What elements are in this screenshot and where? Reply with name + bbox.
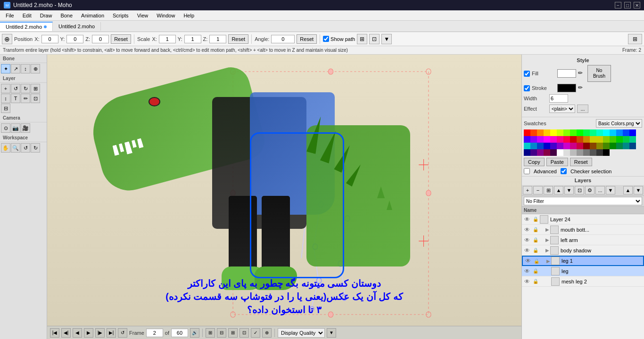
swatch-12[interactable] [603,129,610,136]
view-btn3[interactable]: ⊞ [228,328,238,338]
tool-bone-2[interactable]: ↗ [11,64,20,73]
fill-color-swatch[interactable] [557,69,576,78]
tab-untitled2[interactable]: Untitled 2.moho [53,22,101,31]
close-button[interactable]: ✕ [634,2,640,8]
swatch-38[interactable] [550,143,557,149]
effect-more-button[interactable]: ... [577,105,588,113]
swatch-7[interactable] [570,129,577,136]
stroke-checkbox[interactable] [524,85,530,91]
display-quality-select[interactable]: Display Quality Draft Final [278,328,325,338]
titlebar-controls[interactable]: − □ ✕ [615,2,640,8]
position-y-input[interactable] [66,35,83,43]
layer-lock-5[interactable]: 🔒 [531,267,540,275]
layer-vis-6[interactable]: 👁 [523,277,531,286]
swatch-43[interactable] [583,143,590,149]
scale-z-input[interactable] [209,35,226,43]
tool-rotate-right[interactable]: ↻ [31,143,40,153]
stroke-pencil-icon[interactable]: ✏ [578,84,586,92]
view-btn1[interactable]: ⊞ [206,328,215,338]
swatch-24[interactable] [570,136,577,143]
layer-lock-2[interactable]: 🔒 [531,236,540,244]
swatch-59[interactable] [577,149,583,156]
effect-select[interactable]: <plain> [549,105,575,113]
swatch-1[interactable] [530,129,537,136]
swatch-56[interactable] [557,149,563,156]
tool-camera-1[interactable]: ⊙ [1,123,10,133]
layer-vis-3[interactable]: 👁 [523,246,531,255]
swatch-39[interactable] [557,143,563,149]
reset-angle-button[interactable]: Reset [297,34,317,44]
swatch-55[interactable] [550,149,557,156]
group-button[interactable]: ⊡ [575,186,584,194]
tool-layer-grid[interactable]: ⊞ [31,84,40,93]
layer-lock-6[interactable]: 🔒 [531,277,540,286]
total-frames-input[interactable] [171,329,188,337]
tool-layer-rotate[interactable]: ↺ [11,84,20,93]
loop-button[interactable]: ↺ [118,328,127,338]
toolbar-icon1[interactable]: ⊞ [357,34,367,44]
swatch-21[interactable] [550,136,557,143]
view-check[interactable]: ✓ [251,328,260,338]
swatch-18[interactable] [530,136,537,143]
swatch-35[interactable] [530,143,537,149]
tool-layer-pencil[interactable]: ✏ [21,94,30,103]
play-button[interactable]: ▶ [84,328,93,338]
tool-camera-2[interactable]: 📷 [11,123,20,133]
menu-window[interactable]: Window [153,12,179,19]
swatch-58[interactable] [570,149,577,156]
tool-layer-text[interactable]: T [11,94,20,103]
frame-input[interactable] [146,329,163,337]
delete-layer-button[interactable]: − [533,186,543,194]
swatch-11[interactable] [596,129,603,136]
swatch-57[interactable] [563,149,570,156]
swatch-63[interactable] [603,149,610,156]
swatch-51[interactable] [524,149,530,156]
swatch-2[interactable] [537,129,544,136]
swatch-32[interactable] [623,136,629,143]
swatch-4[interactable] [550,129,557,136]
stroke-color-swatch[interactable] [557,84,576,92]
maximize-button[interactable]: □ [624,2,631,8]
tool-bone-3[interactable]: ↕ [21,64,30,73]
audio-button[interactable]: 🔊 [190,328,199,338]
view-btn2[interactable]: ⊟ [217,328,226,338]
swatch-46[interactable] [603,143,610,149]
layer-row[interactable]: 👁 🔒 mesh leg 2 [522,276,644,287]
swatch-6[interactable] [563,129,570,136]
swatch-20[interactable] [544,136,550,143]
tool-rotate-left[interactable]: ↺ [21,143,30,153]
swatch-48[interactable] [616,143,623,149]
swatch-0[interactable] [524,129,530,136]
swatch-44[interactable] [590,143,596,149]
layer-vis-2[interactable]: 👁 [523,236,531,244]
step-forward-button[interactable]: |▶ [95,328,105,338]
menu-view[interactable]: View [133,12,152,19]
menu-help[interactable]: Help [180,12,198,19]
tool-bone-1[interactable]: ✦ [1,64,10,73]
swatch-29[interactable] [603,136,610,143]
collapse-button[interactable]: ▼ [606,186,615,194]
swatch-37[interactable] [544,143,550,149]
swatch-15[interactable] [623,129,629,136]
menu-bone[interactable]: Bone [57,12,76,19]
layer-vis-4[interactable]: 👁 [524,257,532,265]
swatch-30[interactable] [610,136,616,143]
tool-camera-3[interactable]: 🎥 [21,123,30,133]
filter-select[interactable]: No Filter [524,197,642,205]
tool-layer-box1[interactable]: ⊡ [31,94,40,103]
swatch-61[interactable] [590,149,596,156]
layer-more-button[interactable]: ... [595,186,605,194]
tool-layer-scale[interactable]: ↻ [21,84,30,93]
swatch-10[interactable] [590,129,596,136]
swatch-52[interactable] [530,149,537,156]
show-path-checkbox[interactable]: Show path [323,36,355,42]
scroll-up-button[interactable]: ▲ [623,186,633,194]
toolbar-dropdown[interactable]: ▼ [381,34,392,44]
tool-layer-add[interactable]: + [1,84,10,93]
step-back-button[interactable]: ◀| [61,328,71,338]
no-brush-btn[interactable]: NoBrush [587,65,611,82]
swatch-33[interactable] [629,136,636,143]
fill-pencil-icon[interactable]: ✏ [578,70,586,77]
swatch-45[interactable] [596,143,603,149]
menu-draw[interactable]: Draw [36,12,56,19]
